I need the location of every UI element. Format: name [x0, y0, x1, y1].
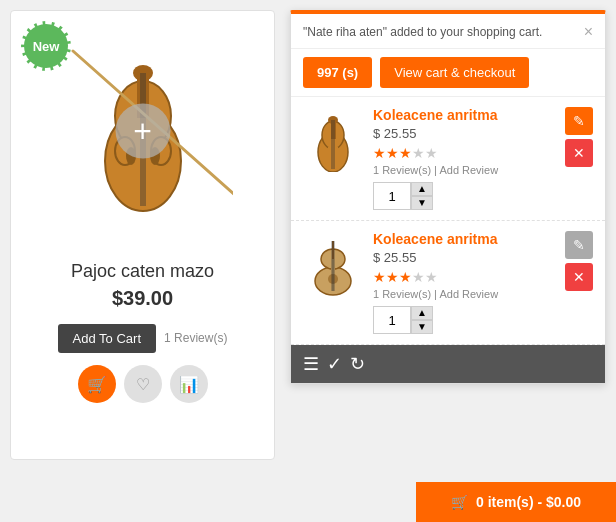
add-to-cart-overlay[interactable]: +	[115, 104, 170, 159]
cart-item-name: Koleacene anritma	[373, 107, 555, 123]
cart-item-stars: ★★★★★	[373, 269, 555, 285]
item-edit-button[interactable]: ✎	[565, 107, 593, 135]
check-icon-button[interactable]: ✓	[327, 353, 342, 375]
footer-icons: ☰ ✓ ↻	[303, 353, 365, 375]
cart-bottom-bar[interactable]: 🛒 0 item(s) - $0.00	[416, 482, 616, 522]
svg-rect-15	[328, 147, 338, 155]
product-reviews: 1 Review(s)	[164, 331, 227, 345]
cart-icon-button[interactable]: 🛒	[78, 365, 116, 403]
product-actions: 🛒 ♡ 📊	[78, 365, 208, 403]
cart-item-actions: ✎ ✕	[565, 231, 593, 291]
svg-point-17	[328, 116, 338, 124]
cart-icon: 🛒	[451, 494, 468, 510]
view-cart-checkout-button[interactable]: View cart & checkout	[380, 57, 529, 88]
popup-header: "Nate riha aten" added to your shopping …	[291, 14, 605, 49]
list-icon-button[interactable]: ☰	[303, 353, 319, 375]
cart-item-price: $ 25.55	[373, 126, 555, 141]
product-name: Pajoc caten mazo	[71, 261, 214, 282]
qty-increment[interactable]: ▼	[411, 196, 433, 210]
cart-popup: "Nate riha aten" added to your shopping …	[290, 10, 606, 384]
cart-count-button[interactable]: 997 (s)	[303, 57, 372, 88]
qty-input[interactable]	[373, 306, 411, 334]
cart-item-stars: ★★★★★	[373, 145, 555, 161]
cart-item-review: 1 Review(s) | Add Review	[373, 164, 555, 176]
product-price: $39.00	[112, 287, 173, 310]
product-card: New + Pajoc caten mazo $39.00	[10, 10, 275, 460]
cart-items-list: Koleacene anritma $ 25.55 ★★★★★ 1 Review…	[291, 97, 605, 345]
popup-footer: ☰ ✓ ↻	[291, 345, 605, 383]
compare-button[interactable]: 📊	[170, 365, 208, 403]
qty-buttons: ▲ ▼	[411, 306, 433, 334]
qty-decrement[interactable]: ▲	[411, 306, 433, 320]
qty-buttons: ▲ ▼	[411, 182, 433, 210]
cart-item-image	[303, 107, 363, 172]
qty-control: ▲ ▼	[373, 306, 555, 334]
qty-control: ▲ ▼	[373, 182, 555, 210]
cart-item-price: $ 25.55	[373, 250, 555, 265]
add-to-cart-button[interactable]: Add To Cart	[58, 324, 156, 353]
cart-item-review: 1 Review(s) | Add Review	[373, 288, 555, 300]
item-delete-button[interactable]: ✕	[565, 263, 593, 291]
cart-item-details: Koleacene anritma $ 25.55 ★★★★★ 1 Review…	[373, 231, 555, 334]
item-edit-button[interactable]: ✎	[565, 231, 593, 259]
qty-input[interactable]	[373, 182, 411, 210]
cart-item-details: Koleacene anritma $ 25.55 ★★★★★ 1 Review…	[373, 107, 555, 210]
qty-decrement[interactable]: ▲	[411, 182, 433, 196]
popup-notification-text: "Nate riha aten" added to your shopping …	[303, 25, 542, 39]
item-delete-button[interactable]: ✕	[565, 139, 593, 167]
qty-increment[interactable]: ▼	[411, 320, 433, 334]
cart-item-actions: ✎ ✕	[565, 107, 593, 167]
refresh-icon-button[interactable]: ↻	[350, 353, 365, 375]
new-badge: New	[21, 21, 71, 71]
popup-actions-bar: 997 (s) View cart & checkout	[291, 49, 605, 97]
cart-item-image	[303, 231, 363, 296]
wishlist-button[interactable]: ♡	[124, 365, 162, 403]
cart-total: 0 item(s) - $0.00	[476, 494, 581, 510]
cart-item-name: Koleacene anritma	[373, 231, 555, 247]
product-image-wrap: New +	[11, 11, 274, 251]
popup-close-button[interactable]: ×	[584, 24, 593, 40]
cart-item: Koleacene anritma $ 25.55 ★★★★★ 1 Review…	[291, 97, 605, 221]
cart-item: Koleacene anritma $ 25.55 ★★★★★ 1 Review…	[291, 221, 605, 345]
